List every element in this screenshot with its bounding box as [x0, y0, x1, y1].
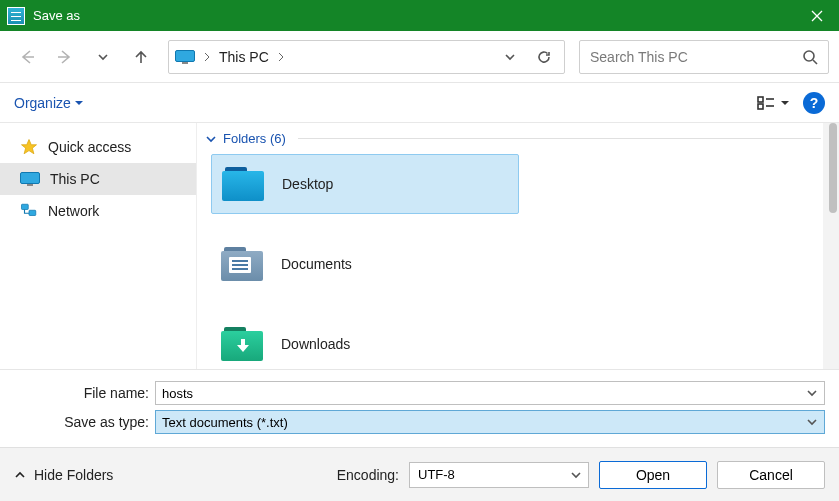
save-as-dialog: Save as This PC	[0, 0, 839, 501]
svg-rect-4	[29, 210, 36, 215]
chevron-down-icon	[504, 51, 516, 63]
scrollbar-thumb[interactable]	[829, 123, 837, 213]
save-type-value: Text documents (*.txt)	[162, 415, 288, 430]
toolbar: Organize ?	[0, 83, 839, 123]
sidebar-item-label: This PC	[50, 171, 100, 187]
sidebar-item-label: Network	[48, 203, 99, 219]
view-icon	[757, 96, 775, 110]
close-icon	[811, 10, 823, 22]
arrow-up-icon	[132, 48, 150, 66]
name-panel: File name: Save as type: Text documents …	[0, 369, 839, 447]
folder-grid: Desktop Documents	[205, 154, 821, 369]
sidebar-item-quick-access[interactable]: Quick access	[0, 131, 196, 163]
caret-down-icon	[781, 99, 789, 107]
search-input[interactable]	[590, 49, 802, 65]
arrow-left-icon	[18, 48, 36, 66]
sidebar-item-this-pc[interactable]: This PC	[0, 163, 196, 195]
search-box[interactable]	[579, 40, 829, 74]
svg-point-0	[804, 51, 814, 61]
chevron-up-icon	[14, 469, 26, 481]
caret-down-icon	[75, 99, 83, 107]
navigation-row: This PC	[0, 31, 839, 83]
footer: Hide Folders Encoding: UTF-8 Open Cancel	[0, 447, 839, 501]
folder-icon	[221, 327, 263, 361]
window-title: Save as	[33, 8, 80, 23]
svg-rect-1	[758, 97, 763, 102]
cancel-button[interactable]: Cancel	[717, 461, 825, 489]
star-icon	[20, 138, 38, 156]
folder-label: Documents	[281, 256, 352, 272]
encoding-field[interactable]: UTF-8	[409, 462, 589, 488]
pc-icon	[175, 50, 195, 64]
body: Quick access This PC Network Folders (6)	[0, 123, 839, 369]
folder-label: Desktop	[282, 176, 333, 192]
vertical-scrollbar[interactable]	[823, 123, 839, 369]
folder-icon	[221, 247, 263, 281]
group-label: Folders (6)	[223, 131, 286, 146]
file-name-field[interactable]	[155, 381, 825, 405]
save-type-field[interactable]: Text documents (*.txt)	[155, 410, 825, 434]
search-icon	[802, 49, 818, 65]
recent-locations-button[interactable]	[86, 40, 120, 74]
organize-menu[interactable]: Organize	[14, 95, 83, 111]
address-history-button[interactable]	[496, 43, 524, 71]
pc-icon	[20, 172, 40, 186]
save-type-label: Save as type:	[14, 414, 149, 430]
chevron-down-icon	[205, 133, 217, 145]
chevron-down-icon	[97, 51, 109, 63]
arrow-right-icon	[56, 48, 74, 66]
view-options-button[interactable]	[757, 96, 789, 110]
titlebar: Save as	[0, 0, 839, 31]
open-button[interactable]: Open	[599, 461, 707, 489]
group-header-folders[interactable]: Folders (6)	[205, 131, 821, 146]
chevron-right-icon	[201, 51, 213, 63]
svg-rect-3	[22, 204, 29, 209]
help-label: ?	[810, 95, 819, 111]
folder-item-documents[interactable]: Documents	[211, 234, 519, 294]
folder-label: Downloads	[281, 336, 350, 352]
app-icon	[7, 7, 25, 25]
chevron-down-icon[interactable]	[806, 387, 818, 399]
hide-folders-button[interactable]: Hide Folders	[14, 467, 113, 483]
folder-item-desktop[interactable]: Desktop	[211, 154, 519, 214]
content-pane: Folders (6) Desktop	[197, 123, 839, 369]
refresh-icon	[536, 49, 552, 65]
download-arrow-icon	[236, 339, 250, 353]
encoding-value: UTF-8	[418, 467, 455, 482]
sidebar: Quick access This PC Network	[0, 123, 197, 369]
breadcrumb[interactable]: This PC	[219, 49, 269, 65]
refresh-button[interactable]	[530, 43, 558, 71]
folder-item-downloads[interactable]: Downloads	[211, 314, 519, 369]
up-button[interactable]	[124, 40, 158, 74]
svg-rect-2	[758, 104, 763, 109]
network-icon	[20, 202, 38, 220]
folder-icon	[222, 167, 264, 201]
encoding-label: Encoding:	[337, 467, 399, 483]
help-button[interactable]: ?	[803, 92, 825, 114]
close-button[interactable]	[794, 0, 839, 31]
address-bar[interactable]: This PC	[168, 40, 565, 74]
chevron-down-icon	[570, 469, 582, 481]
file-name-label: File name:	[14, 385, 149, 401]
file-name-input[interactable]	[162, 386, 818, 401]
chevron-down-icon	[806, 416, 818, 428]
cancel-label: Cancel	[749, 467, 793, 483]
hide-folders-label: Hide Folders	[34, 467, 113, 483]
chevron-right-icon[interactable]	[275, 51, 287, 63]
organize-label: Organize	[14, 95, 71, 111]
back-button[interactable]	[10, 40, 44, 74]
open-label: Open	[636, 467, 670, 483]
forward-button[interactable]	[48, 40, 82, 74]
sidebar-item-label: Quick access	[48, 139, 131, 155]
sidebar-item-network[interactable]: Network	[0, 195, 196, 227]
